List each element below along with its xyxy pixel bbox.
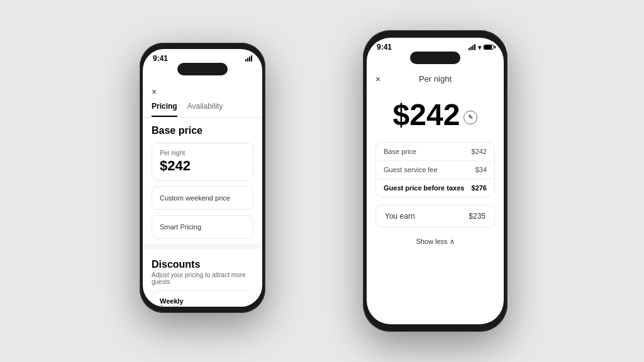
pricing-breakdown: Base price $242 Guest service fee $34 Gu… xyxy=(375,142,495,197)
signal-icon-left xyxy=(245,55,252,62)
weekly-card[interactable]: Weekly 7 nights or more xyxy=(152,290,253,307)
big-price-display: $242 ✎ xyxy=(367,91,504,142)
edit-icon: ✎ xyxy=(468,114,473,121)
service-fee-value: $34 xyxy=(475,166,487,173)
weekly-title: Weekly xyxy=(160,297,245,305)
status-icons-right: ▾ xyxy=(469,44,494,51)
phone-left: 9:41 × Pricing xyxy=(140,43,265,313)
service-fee-label: Guest service fee xyxy=(384,166,438,173)
signal-icon-right xyxy=(469,44,475,50)
status-icons-left xyxy=(245,55,252,62)
base-price-value: $242 xyxy=(472,148,487,155)
battery-icon-right xyxy=(484,45,494,50)
dynamic-island-right xyxy=(410,52,460,64)
breakdown-row-total: Guest price before taxes $276 xyxy=(376,179,494,197)
discounts-title: Discounts xyxy=(143,254,262,272)
per-night-label: Per night xyxy=(160,150,245,156)
chevron-up-icon xyxy=(450,238,455,245)
tab-availability[interactable]: Availability xyxy=(187,102,223,117)
smart-pricing-card[interactable]: Smart Pricing xyxy=(152,215,253,239)
big-price-value: $242 xyxy=(393,97,460,132)
base-price-label: Base price xyxy=(384,148,416,155)
left-header: × xyxy=(143,83,262,102)
dynamic-island-left xyxy=(177,63,228,75)
show-less-button[interactable]: Show less xyxy=(367,235,504,248)
per-night-card[interactable]: Per night $242 xyxy=(152,143,253,181)
breakdown-row-service: Guest service fee $34 xyxy=(376,161,494,179)
section-divider xyxy=(143,244,262,249)
you-earn-value: $235 xyxy=(469,212,486,221)
right-header: × Per night xyxy=(367,70,504,91)
you-earn-label: You earn xyxy=(385,212,415,221)
you-earn-row: You earn $235 xyxy=(375,205,495,228)
time-right: 9:41 xyxy=(377,43,392,52)
guest-price-value: $276 xyxy=(472,184,487,192)
show-less-label: Show less xyxy=(416,238,447,245)
tabs-left: Pricing Availability xyxy=(143,102,262,118)
close-button-left[interactable]: × xyxy=(152,87,157,97)
wifi-icon-right: ▾ xyxy=(478,44,481,51)
guest-price-label: Guest price before taxes xyxy=(384,184,464,192)
time-left: 9:41 xyxy=(153,54,168,63)
per-night-price: $242 xyxy=(160,158,245,174)
base-price-title: Base price xyxy=(143,125,262,136)
close-button-right[interactable]: × xyxy=(375,74,380,84)
discounts-subtitle: Adjust your pricing to attract more gues… xyxy=(143,272,262,290)
edit-price-button[interactable]: ✎ xyxy=(464,111,477,124)
phone-right: 9:41 ▾ xyxy=(363,30,508,332)
tab-pricing[interactable]: Pricing xyxy=(152,102,177,117)
phone-left-screen: 9:41 × Pricing xyxy=(143,49,262,307)
per-night-header: Per night xyxy=(419,74,452,84)
custom-weekend-card[interactable]: Custom weekend price xyxy=(152,186,253,210)
phone-right-screen: 9:41 ▾ xyxy=(367,38,504,324)
weekly-subtitle: 7 nights or more xyxy=(160,305,245,307)
breakdown-row-base: Base price $242 xyxy=(376,143,494,161)
